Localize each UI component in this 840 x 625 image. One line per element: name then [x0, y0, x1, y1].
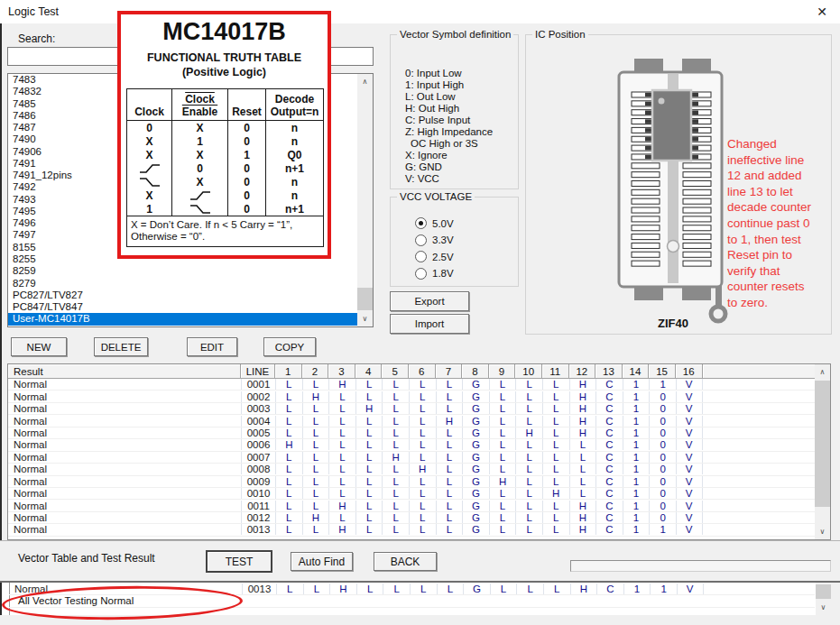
value-cell: L: [328, 476, 355, 487]
result-table-column-header[interactable]: 15: [649, 364, 676, 379]
value-cell: V: [676, 501, 703, 511]
list-item[interactable]: 8279: [8, 278, 358, 290]
annotation-line: 12 and added: [727, 168, 835, 184]
new-button[interactable]: NEW: [11, 337, 67, 356]
table-row[interactable]: Normal0009LLLLLLLGHLLLC10V: [8, 476, 830, 488]
scroll-up-icon[interactable]: ∧: [815, 364, 830, 380]
list-item[interactable]: PC847/LTV847: [8, 301, 358, 313]
delete-button[interactable]: DELETE: [94, 337, 148, 356]
value-cell: L: [409, 391, 436, 402]
result-table-column-header[interactable]: 5: [382, 364, 409, 379]
result-table-column-header[interactable]: 9: [489, 364, 516, 379]
value-cell: L: [409, 524, 436, 535]
result-table-column-header[interactable]: 4: [355, 364, 383, 379]
radio-button-icon[interactable]: [415, 268, 427, 280]
result-table-column-header[interactable]: 7: [436, 364, 463, 379]
back-button[interactable]: BACK: [374, 552, 437, 571]
truth-table-note: X = Don’t Care. If n < 5 Carry = “1”, Ot…: [127, 216, 323, 246]
value-cell: L: [489, 488, 516, 499]
table-row[interactable]: Normal0008LLLLLHLGLLLLC10V: [8, 464, 830, 475]
result-table-column-header[interactable]: 10: [515, 364, 542, 379]
edit-button[interactable]: EDIT: [187, 337, 237, 356]
value-cell: L: [542, 391, 569, 402]
result-table-column-header[interactable]: 11: [542, 364, 569, 379]
table-row[interactable]: Normal0003LLLHLLLGLLLHC10V: [8, 403, 830, 415]
table-row[interactable]: Normal0004LLLLLLHGLLLHC10V: [8, 415, 830, 427]
value-cell: L: [302, 379, 329, 390]
table-row[interactable]: Normal0013LLHLLLLGLLLHC11V: [9, 584, 815, 595]
table-row[interactable]: Normal0001LLHLLLLGLLLHC11V: [8, 379, 830, 391]
result-table-column-header[interactable]: 14: [623, 364, 650, 379]
table-row[interactable]: Normal0013LLHLLLLGLLLHC11V: [8, 524, 830, 536]
table-row[interactable]: Normal0006HLLLLLLGLLLLC10V: [8, 439, 830, 451]
value-cell: L: [355, 439, 383, 450]
vector-symbol-line: OC High or 3S: [411, 138, 493, 150]
value-cell: H: [569, 512, 596, 523]
scroll-thumb[interactable]: [816, 584, 831, 599]
test-button[interactable]: TEST: [206, 550, 272, 573]
radio-button-icon[interactable]: [415, 217, 427, 229]
result-table-column-header[interactable]: LINE: [241, 364, 275, 379]
list-item[interactable]: 8259: [8, 265, 358, 277]
truth-table-cell: 0: [228, 175, 266, 188]
result-table-column-header[interactable]: 12: [569, 364, 596, 379]
result-table-column-header[interactable]: 1: [275, 364, 302, 379]
value-cell: 1: [623, 476, 650, 487]
value-cell: L: [355, 512, 383, 523]
value-cell: V: [676, 391, 703, 402]
fragment-scrollbar[interactable]: ∨: [816, 583, 831, 615]
table-row[interactable]: Normal0010LLLLLLLGLLHLC10V: [8, 488, 830, 500]
radio-button-icon[interactable]: [415, 251, 427, 262]
chip-list-scrollbar[interactable]: ∧ ∨: [357, 74, 373, 326]
truth-table-column-header: Clock: [127, 89, 172, 120]
line-cell: 0008: [241, 464, 275, 474]
result-table-column-header[interactable]: 2: [302, 364, 329, 379]
value-cell: H: [515, 427, 542, 438]
scroll-down-icon[interactable]: ∨: [816, 600, 831, 615]
result-table-column-header[interactable]: Result: [8, 364, 241, 379]
result-table-column-header[interactable]: 3: [328, 364, 355, 379]
close-icon[interactable]: ✕: [811, 3, 833, 21]
value-cell: 1: [623, 464, 650, 474]
scroll-thumb[interactable]: [815, 381, 830, 507]
table-row[interactable]: Normal0005LLLLLLLGLHLHC10V: [8, 427, 830, 439]
line-cell: 0009: [241, 476, 275, 487]
result-table-column-header[interactable]: 13: [595, 364, 623, 379]
value-cell: L: [489, 524, 516, 535]
table-row[interactable]: Normal0011LLHLLLLGLLLHC10V: [8, 500, 830, 511]
result-table-column-header[interactable]: 8: [462, 364, 489, 379]
line-cell: 0006: [241, 439, 275, 450]
vcc-radio-1.8V[interactable]: 1.8V: [415, 268, 454, 280]
value-cell: H: [569, 524, 596, 535]
table-row[interactable]: Normal0012LHLLLLLGLLLHC10V: [8, 512, 830, 524]
scroll-thumb[interactable]: [357, 288, 373, 310]
result-table-column-header[interactable]: 16: [676, 364, 703, 379]
test-status-text: All Vector Testing Normal: [9, 595, 815, 607]
value-cell: L: [328, 416, 355, 427]
truth-table-subtitle: FUNCTIONAL TRUTH TABLE: [121, 51, 328, 64]
result-cell: Normal: [8, 512, 241, 523]
value-cell: C: [595, 416, 623, 427]
copy-button[interactable]: COPY: [263, 337, 316, 356]
table-row[interactable]: Normal0007LLLLHLLGLLLLC10V: [8, 452, 830, 464]
vcc-radio-3.3V[interactable]: 3.3V: [415, 234, 454, 246]
scroll-down-icon[interactable]: ∨: [815, 524, 830, 539]
vcc-radio-2.5V[interactable]: 2.5V: [415, 251, 454, 262]
result-table-scrollbar[interactable]: ∧ ∨: [815, 364, 830, 539]
value-cell: L: [382, 476, 409, 487]
auto-find-button[interactable]: Auto Find: [291, 552, 353, 571]
footer-label: Vector Table and Test Result: [18, 552, 155, 565]
list-item[interactable]: PC827/LTV827: [8, 290, 358, 301]
value-cell: L: [382, 488, 409, 499]
value-cell: G: [462, 501, 489, 511]
result-table-column-header[interactable]: 6: [409, 364, 436, 379]
table-row[interactable]: Normal0002LHLLLLLGLLLHC10V: [8, 391, 830, 402]
value-cell: V: [677, 584, 704, 594]
vcc-radio-5.0V[interactable]: 5.0V: [415, 217, 454, 229]
scroll-down-icon[interactable]: ∨: [357, 311, 373, 326]
import-button[interactable]: Import: [390, 314, 469, 334]
list-item[interactable]: User-MC14017B: [8, 313, 358, 325]
export-button[interactable]: Export: [390, 291, 469, 311]
scroll-up-icon[interactable]: ∧: [357, 74, 373, 89]
radio-button-icon[interactable]: [415, 234, 427, 246]
